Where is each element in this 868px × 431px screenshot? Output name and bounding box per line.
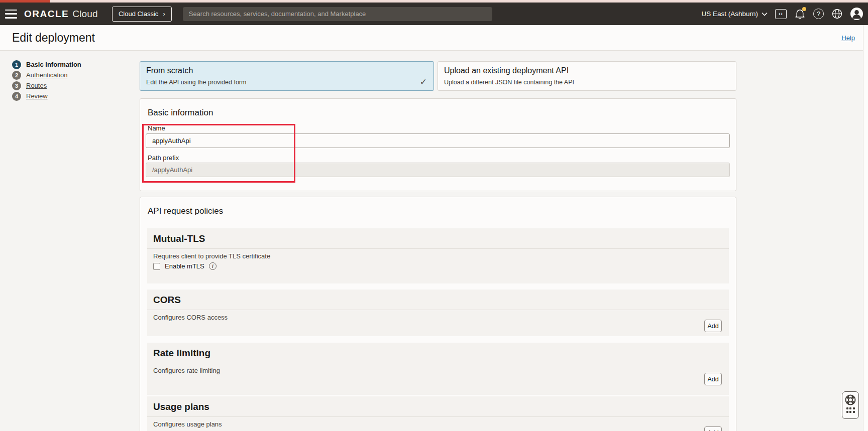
- enable-mtls-label: Enable mTLS: [165, 262, 204, 270]
- policy-section-title: Mutual-TLS: [147, 228, 729, 249]
- page-load-progress-bar: [0, 0, 868, 3]
- chevron-right-icon: ›: [163, 11, 165, 17]
- selected-check-icon: ✓: [420, 77, 427, 87]
- wizard-steps: 1 Basic information 2 Authentication 3 R…: [12, 59, 81, 101]
- policy-section-description: Requires client to provide TLS certifica…: [153, 252, 270, 260]
- policy-section-mutual-tls: Mutual-TLS Requires client to provide TL…: [147, 228, 729, 283]
- step-number-badge: 1: [12, 60, 21, 69]
- step-label[interactable]: Review: [26, 92, 48, 100]
- code-console-icon: ‹›: [775, 9, 787, 19]
- region-selector[interactable]: US East (Ashburn): [701, 10, 768, 18]
- topbar-actions: US East (Ashburn) ‹› ?: [701, 8, 868, 20]
- api-request-policies-heading: API request policies: [148, 206, 223, 216]
- step-routes[interactable]: 3 Routes: [12, 80, 81, 91]
- logo-oracle-text: ORACLE: [24, 9, 69, 20]
- search-input[interactable]: [183, 7, 492, 21]
- step-label[interactable]: Authentication: [26, 71, 67, 79]
- basic-information-card: Basic information Name Path prefix: [140, 98, 736, 191]
- step-label: Basic information: [26, 61, 81, 68]
- cloud-classic-label: Cloud Classic: [119, 10, 158, 18]
- option-subtitle: Edit the API using the provided form: [146, 79, 427, 86]
- usage-plans-add-button[interactable]: Add: [704, 426, 722, 431]
- life-ring-icon: [844, 394, 856, 406]
- policy-section-description: Configures usage plans: [153, 420, 222, 428]
- oracle-cloud-logo[interactable]: ORACLE Cloud: [24, 9, 98, 20]
- page-header: Edit deployment Help: [0, 25, 868, 51]
- path-prefix-field-label: Path prefix: [148, 154, 179, 162]
- policy-section-title: Usage plans: [147, 396, 729, 417]
- step-label[interactable]: Routes: [26, 82, 47, 89]
- hamburger-menu-icon[interactable]: [5, 10, 17, 19]
- dots-grid-icon: [846, 407, 855, 413]
- user-menu-button[interactable]: [850, 8, 863, 20]
- help-button[interactable]: ?: [813, 9, 824, 19]
- policy-section-title: Rate limiting: [147, 343, 729, 363]
- step-review[interactable]: 4 Review: [12, 91, 81, 101]
- notifications-button[interactable]: [794, 8, 806, 20]
- scrollbar-track[interactable]: [863, 25, 868, 431]
- step-number-badge: 2: [12, 71, 21, 80]
- step-number-badge: 3: [12, 81, 21, 90]
- policy-section-description: Configures rate limiting: [153, 367, 220, 374]
- rate-limiting-add-button[interactable]: Add: [704, 373, 722, 385]
- chevron-down-icon: [762, 12, 768, 16]
- info-icon[interactable]: i: [209, 262, 216, 270]
- step-authentication[interactable]: 2 Authentication: [12, 70, 81, 80]
- developer-tools-button[interactable]: ‹›: [775, 9, 787, 19]
- help-link[interactable]: Help: [841, 34, 855, 42]
- floating-help-widget[interactable]: [842, 391, 859, 419]
- topbar: ORACLE Cloud Cloud Classic › US East (As…: [0, 3, 868, 25]
- policy-section-description: Configures CORS access: [153, 314, 228, 321]
- policy-section-title: CORS: [147, 290, 729, 310]
- step-number-badge: 4: [12, 92, 21, 101]
- basic-information-heading: Basic information: [148, 108, 213, 118]
- cors-add-button[interactable]: Add: [704, 320, 722, 332]
- language-button[interactable]: [831, 8, 843, 20]
- option-card-upload-api[interactable]: Upload an existing deployment API Upload…: [438, 61, 736, 91]
- avatar-icon: [850, 8, 863, 20]
- oci-console-page: ORACLE Cloud Cloud Classic › US East (As…: [0, 0, 868, 431]
- policy-section-usage-plans: Usage plans Configures usage plans Add: [147, 396, 729, 431]
- name-input[interactable]: [146, 133, 730, 148]
- policy-section-cors: CORS Configures CORS access Add: [147, 290, 729, 336]
- cloud-classic-button[interactable]: Cloud Classic ›: [112, 7, 172, 22]
- option-title: From scratch: [146, 66, 427, 75]
- page-load-progress-fill: [0, 0, 50, 3]
- question-mark-icon: ?: [813, 9, 824, 19]
- option-subtitle: Upload a different JSON file containing …: [444, 79, 730, 86]
- enable-mtls-row: Enable mTLS i: [153, 262, 216, 270]
- globe-icon: [831, 8, 843, 20]
- option-title: Upload an existing deployment API: [444, 66, 730, 75]
- notification-badge: [802, 7, 806, 11]
- policy-section-rate-limiting: Rate limiting Configures rate limiting A…: [147, 343, 729, 395]
- region-label: US East (Ashburn): [701, 10, 758, 18]
- name-field-label: Name: [148, 124, 165, 132]
- enable-mtls-checkbox[interactable]: [153, 263, 160, 270]
- path-prefix-input: [146, 163, 730, 177]
- option-card-from-scratch[interactable]: From scratch Edit the API using the prov…: [140, 61, 434, 91]
- step-basic-information: 1 Basic information: [12, 59, 81, 70]
- logo-cloud-text: Cloud: [72, 9, 98, 20]
- page-title: Edit deployment: [12, 31, 95, 45]
